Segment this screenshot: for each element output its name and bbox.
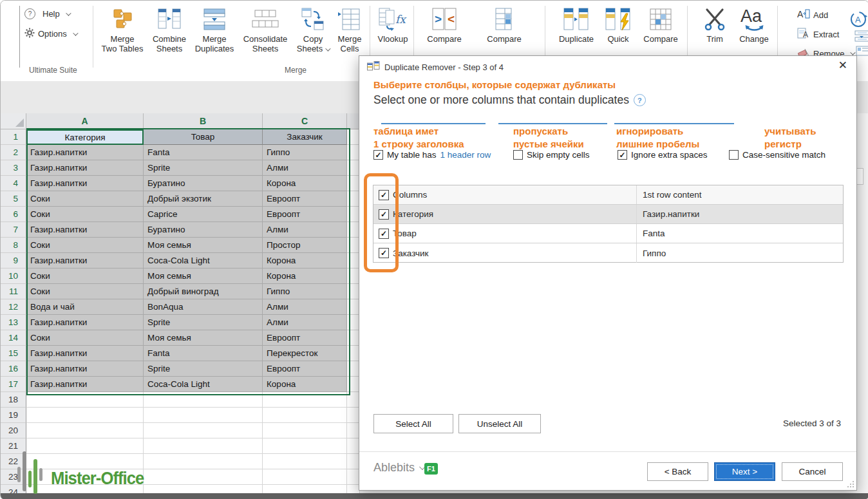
resize-grip[interactable] bbox=[847, 481, 854, 487]
columns-table-row-Товар[interactable]: ✓ТоварFanta bbox=[373, 224, 843, 243]
cell-B11[interactable]: Добрый виноград bbox=[144, 284, 263, 299]
cell-A9[interactable]: Газир.напитки bbox=[26, 253, 144, 268]
cell-A2[interactable]: Газир.напитки bbox=[26, 145, 144, 160]
option-case-sensitive-match[interactable]: Case-sensitive match bbox=[729, 150, 826, 160]
cell-C6[interactable]: Евроопт bbox=[263, 207, 347, 222]
cell-B2[interactable]: Fanta bbox=[144, 145, 263, 160]
cell-B5[interactable]: Добрый экзотик bbox=[144, 191, 263, 207]
row-header-8[interactable]: 8 bbox=[1, 238, 26, 253]
ribbon-button-consolidate-sheets[interactable]: ConsolidateSheets bbox=[238, 5, 293, 53]
my-table-has-header-checkbox[interactable]: ✓ bbox=[373, 150, 383, 160]
cell-D16[interactable] bbox=[347, 361, 360, 377]
close-icon[interactable]: ✕ bbox=[838, 60, 847, 71]
ribbon-button-change-case[interactable]: AaChange bbox=[733, 5, 775, 44]
cell-D6[interactable] bbox=[347, 207, 360, 222]
row-header-11[interactable]: 11 bbox=[1, 284, 26, 299]
column-header-d[interactable] bbox=[347, 113, 360, 129]
cell-B9[interactable]: Coca-Cola Light bbox=[144, 253, 263, 268]
cell-A18[interactable] bbox=[26, 392, 144, 408]
row-header-7[interactable]: 7 bbox=[1, 222, 26, 238]
cell-B19[interactable] bbox=[144, 408, 263, 423]
cell-C22[interactable] bbox=[263, 454, 347, 469]
ribbon-button-merge-cells[interactable]: MergeCells bbox=[332, 5, 367, 53]
ignore-extra-spaces-checkbox[interactable]: ✓ bbox=[618, 150, 627, 160]
columns-table-row-header[interactable]: ✓Columns1st row content bbox=[373, 185, 843, 205]
distribute-rows-icon[interactable] bbox=[854, 30, 868, 46]
cell-A13[interactable]: Газир.напитки bbox=[26, 315, 144, 330]
row-header-17[interactable]: 17 bbox=[1, 377, 26, 392]
cell-C14[interactable]: Евроопт bbox=[263, 330, 347, 346]
row-header-10[interactable]: 10 bbox=[1, 268, 26, 284]
cell-D18[interactable] bbox=[347, 392, 360, 408]
row-header-9[interactable]: 9 bbox=[1, 253, 26, 268]
column-header-A[interactable]: A bbox=[26, 113, 144, 129]
cell-D1[interactable] bbox=[347, 129, 360, 145]
row-header-18[interactable]: 18 bbox=[1, 392, 26, 408]
cell-C10[interactable]: Корона bbox=[263, 268, 347, 284]
cell-A15[interactable]: Газир.напитки bbox=[26, 346, 144, 361]
cell-C17[interactable]: Корона bbox=[263, 377, 347, 392]
columns-table-row-Категория[interactable]: ✓КатегорияГазир.напитки bbox=[373, 205, 843, 224]
cell-B16[interactable]: Sprite bbox=[144, 361, 263, 377]
cell-B23[interactable] bbox=[144, 469, 263, 485]
cell-A5[interactable]: Соки bbox=[26, 191, 144, 207]
cell-A6[interactable]: Соки bbox=[26, 207, 144, 222]
cell-C1[interactable]: Заказчик bbox=[263, 129, 347, 145]
cell-C7[interactable]: Алми bbox=[263, 222, 347, 238]
cell-D12[interactable] bbox=[347, 299, 360, 315]
ribbon-button-compare-multiple[interactable]: Compare bbox=[478, 5, 530, 44]
ribbon-button-trim-spaces[interactable]: Trim bbox=[696, 5, 733, 44]
cell-B20[interactable] bbox=[144, 423, 263, 438]
cell-D5[interactable] bbox=[347, 191, 360, 207]
cell-A10[interactable]: Соки bbox=[26, 268, 144, 284]
cell-D4[interactable] bbox=[347, 176, 360, 191]
cell-A16[interactable]: Газир.напитки bbox=[26, 361, 144, 377]
row-header-20[interactable]: 20 bbox=[1, 423, 26, 438]
help-button[interactable]: ? Help bbox=[24, 8, 70, 19]
refresh-a-icon[interactable]: A bbox=[848, 10, 868, 32]
cell-B3[interactable]: Sprite bbox=[144, 160, 263, 176]
cell-D17[interactable] bbox=[347, 377, 360, 392]
ribbon-button-duplicate-remover[interactable]: Duplicate bbox=[552, 5, 600, 44]
cell-C15[interactable]: Перекресток bbox=[263, 346, 347, 361]
cell-C19[interactable] bbox=[263, 408, 347, 423]
row-checkbox[interactable]: ✓ bbox=[379, 229, 389, 239]
card-view-icon[interactable] bbox=[856, 46, 868, 59]
unselect-all-button[interactable]: Unselect All bbox=[458, 414, 541, 433]
cell-A17[interactable]: Газир.напитки bbox=[26, 377, 144, 392]
ribbon-button-merge-two-tables[interactable]: MergeTwo Tables bbox=[97, 5, 147, 53]
cell-D13[interactable] bbox=[347, 315, 360, 330]
row-header-13[interactable]: 13 bbox=[1, 315, 26, 330]
cell-D8[interactable] bbox=[347, 238, 360, 253]
cell-B1[interactable]: Товар bbox=[144, 129, 263, 145]
row-header-2[interactable]: 2 bbox=[1, 145, 26, 160]
option-ignore-extra-spaces[interactable]: ✓Ignore extra spaces bbox=[618, 150, 708, 160]
ribbon-button-merge-duplicates[interactable]: MergeDuplicates bbox=[192, 5, 237, 53]
cell-B22[interactable] bbox=[144, 454, 263, 469]
cell-C9[interactable]: Корона bbox=[263, 253, 347, 268]
cell-D10[interactable] bbox=[347, 268, 360, 284]
row-header-5[interactable]: 5 bbox=[1, 191, 26, 207]
cell-A20[interactable] bbox=[26, 423, 144, 438]
cell-B4[interactable]: Буратино bbox=[144, 176, 263, 191]
cell-B10[interactable]: Моя семья bbox=[144, 268, 263, 284]
row-header-15[interactable]: 15 bbox=[1, 346, 26, 361]
f1-help-badge[interactable]: F1 bbox=[424, 463, 438, 475]
cell-B13[interactable]: Sprite bbox=[144, 315, 263, 330]
cell-A3[interactable]: Газир.напитки bbox=[26, 160, 144, 176]
select-all-corner[interactable] bbox=[1, 113, 26, 129]
select-all-button[interactable]: Select All bbox=[373, 414, 453, 433]
cell-A19[interactable] bbox=[26, 408, 144, 423]
cell-B14[interactable]: Моя семья bbox=[144, 330, 263, 346]
ribbon-button-combine-sheets[interactable]: CombineSheets bbox=[148, 5, 191, 53]
cell-C21[interactable] bbox=[263, 438, 347, 454]
skip-empty-cells-checkbox[interactable] bbox=[513, 150, 523, 160]
cell-B8[interactable]: Моя семья bbox=[144, 238, 263, 253]
back-button[interactable]: < Back bbox=[647, 462, 708, 481]
cell-B6[interactable]: Caprice bbox=[144, 207, 263, 222]
row-header-4[interactable]: 4 bbox=[1, 176, 26, 191]
add-button[interactable]: AAdd bbox=[797, 8, 828, 21]
cell-C5[interactable]: Евроопт bbox=[263, 191, 347, 207]
cell-A1[interactable]: Категория bbox=[26, 129, 144, 145]
cell-D2[interactable] bbox=[347, 145, 360, 160]
